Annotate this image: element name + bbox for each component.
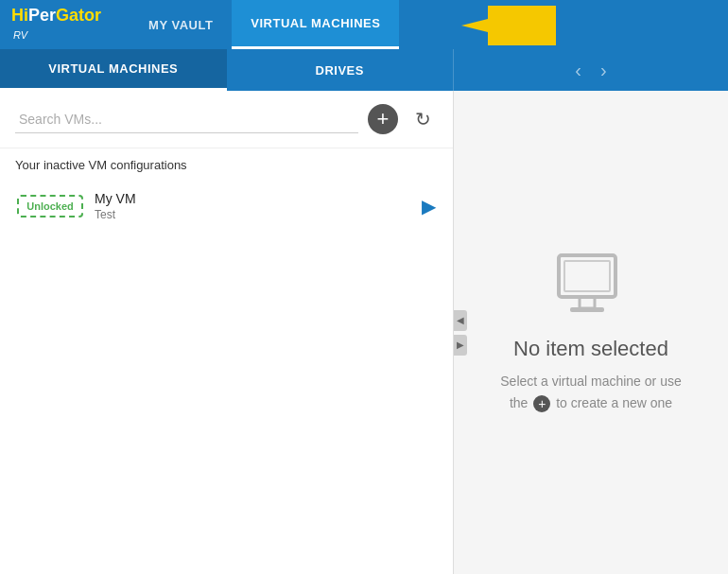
vm-badge-unlocked: Unlocked: [17, 195, 83, 217]
side-arrows: ◀ ▶: [454, 310, 467, 356]
vm-sub: Test: [95, 208, 410, 221]
refresh-button[interactable]: ↻: [407, 104, 438, 134]
vm-name: My VM: [95, 191, 410, 206]
sub-nav: VIRTUAL MACHINES DRIVES ‹ ›: [0, 49, 728, 91]
vm-info: My VM Test: [95, 191, 410, 221]
no-item-title: No item selected: [513, 337, 668, 361]
svg-rect-3: [570, 307, 604, 312]
top-nav: HiPerGator RV MY VAULT VIRTUAL MACHINES: [0, 0, 728, 49]
svg-marker-0: [461, 6, 556, 45]
vm-list: Unlocked My VM Test ▶: [0, 178, 453, 235]
sub-tab-drives[interactable]: DRIVES: [227, 49, 454, 91]
search-area: + ↻: [0, 91, 453, 148]
collapse-up-button[interactable]: ◀: [454, 310, 467, 331]
monitor-icon: [553, 252, 629, 322]
logo-rv: RV: [13, 29, 27, 41]
svg-rect-4: [564, 261, 610, 291]
logo-text: HiPerGator: [11, 6, 101, 25]
nav-back-button[interactable]: ‹: [575, 60, 581, 81]
plus-inline-icon: +: [533, 395, 550, 412]
nav-tab-virtual-machines[interactable]: VIRTUAL MACHINES: [232, 0, 399, 49]
sub-nav-left: VIRTUAL MACHINES DRIVES: [0, 49, 454, 91]
sub-tab-virtual-machines[interactable]: VIRTUAL MACHINES: [0, 49, 227, 91]
logo: HiPerGator RV: [11, 7, 101, 43]
no-item-description: Select a virtual machine or use the + to…: [500, 371, 681, 413]
search-input[interactable]: [15, 106, 358, 133]
vm-list-item[interactable]: Unlocked My VM Test ▶: [11, 183, 442, 229]
add-vm-button[interactable]: +: [368, 104, 398, 134]
nav-tabs: MY VAULT VIRTUAL MACHINES: [130, 0, 399, 49]
nav-tab-my-vault[interactable]: MY VAULT: [130, 0, 232, 49]
collapse-down-button[interactable]: ▶: [454, 335, 467, 356]
section-inactive-label: Your inactive VM configurations: [0, 148, 453, 178]
right-panel: ◀ ▶ No item selected Select a virtual ma…: [454, 91, 728, 574]
arrow-indicator: [461, 6, 556, 45]
left-panel: + ↻ Your inactive VM configurations Unlo…: [0, 91, 454, 574]
vm-play-button[interactable]: ▶: [422, 195, 436, 217]
nav-forward-button[interactable]: ›: [600, 60, 607, 81]
sub-nav-right: ‹ ›: [454, 49, 728, 91]
main-layout: + ↻ Your inactive VM configurations Unlo…: [0, 91, 728, 574]
